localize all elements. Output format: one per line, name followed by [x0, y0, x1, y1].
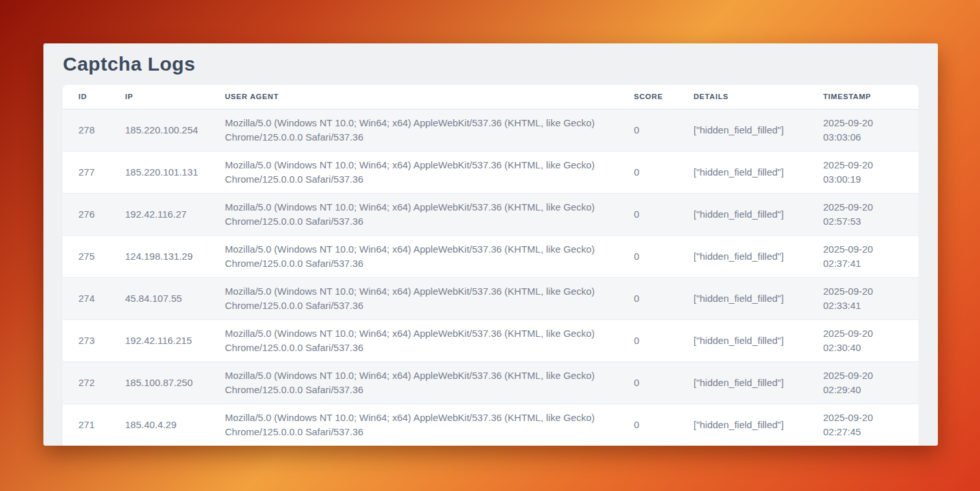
cell-score: 0 [634, 404, 694, 446]
column-header-score: SCORE [634, 85, 694, 109]
captcha-logs-table-panel: IDIPUSER AGENTSCOREDETAILSTIMESTAMP 278 … [63, 85, 918, 446]
cell-user-agent: Mozilla/5.0 (Windows NT 10.0; Win64; x64… [225, 319, 634, 361]
cell-ip: 45.84.107.55 [125, 277, 225, 319]
cell-id: 271 [63, 404, 125, 446]
cell-timestamp: 2025-09-20 02:29:40 [823, 361, 918, 404]
cell-score: 0 [634, 361, 694, 404]
cell-score: 0 [634, 193, 694, 235]
cell-timestamp: 2025-09-20 02:37:41 [823, 235, 918, 277]
cell-timestamp: 2025-09-20 03:03:06 [823, 109, 918, 151]
cell-id: 276 [63, 193, 125, 235]
cell-details: ["hidden_field_filled"] [694, 319, 823, 361]
table-row: 273 192.42.116.215 Mozilla/5.0 (Windows … [63, 319, 918, 361]
cell-user-agent: Mozilla/5.0 (Windows NT 10.0; Win64; x64… [225, 277, 634, 319]
cell-ip: 124.198.131.29 [125, 235, 225, 277]
cell-details: ["hidden_field_filled"] [694, 277, 823, 319]
cell-ip: 192.42.116.215 [125, 319, 225, 361]
cell-user-agent: Mozilla/5.0 (Windows NT 10.0; Win64; x64… [225, 109, 634, 151]
captcha-logs-table: IDIPUSER AGENTSCOREDETAILSTIMESTAMP 278 … [63, 85, 918, 446]
cell-score: 0 [634, 277, 694, 319]
cell-score: 0 [634, 319, 694, 361]
cell-timestamp: 2025-09-20 02:27:45 [823, 404, 918, 446]
cell-details: ["hidden_field_filled"] [694, 361, 823, 404]
table-row: 278 185.220.100.254 Mozilla/5.0 (Windows… [63, 109, 918, 151]
cell-id: 277 [63, 151, 125, 193]
cell-details: ["hidden_field_filled"] [694, 235, 823, 277]
cell-details: ["hidden_field_filled"] [694, 109, 823, 151]
cell-id: 274 [63, 277, 125, 319]
cell-details: ["hidden_field_filled"] [694, 404, 823, 446]
page-title: Captcha Logs [63, 53, 918, 74]
column-header-user_agent: USER AGENT [225, 85, 634, 109]
cell-ip: 192.42.116.27 [125, 193, 225, 235]
cell-ip: 185.40.4.29 [125, 404, 225, 446]
table-row: 274 45.84.107.55 Mozilla/5.0 (Windows NT… [63, 277, 918, 319]
table-row: 272 185.100.87.250 Mozilla/5.0 (Windows … [63, 361, 918, 404]
cell-id: 278 [63, 109, 125, 151]
cell-timestamp: 2025-09-20 02:57:53 [823, 193, 918, 235]
cell-user-agent: Mozilla/5.0 (Windows NT 10.0; Win64; x64… [225, 151, 634, 193]
cell-timestamp: 2025-09-20 02:33:41 [823, 277, 918, 319]
cell-id: 273 [63, 319, 125, 361]
table-header: IDIPUSER AGENTSCOREDETAILSTIMESTAMP [63, 85, 918, 109]
cell-score: 0 [634, 109, 694, 151]
captcha-logs-page: { "page": { "title": "Captcha Logs" }, "… [0, 0, 980, 491]
cell-score: 0 [634, 151, 694, 193]
table-body: 278 185.220.100.254 Mozilla/5.0 (Windows… [63, 109, 918, 446]
column-header-id: ID [63, 85, 125, 109]
cell-ip: 185.220.100.254 [125, 109, 225, 151]
cell-timestamp: 2025-09-20 02:30:40 [823, 319, 918, 361]
cell-id: 272 [63, 361, 125, 404]
cell-details: ["hidden_field_filled"] [694, 193, 823, 235]
cell-user-agent: Mozilla/5.0 (Windows NT 10.0; Win64; x64… [225, 235, 634, 277]
table-row: 275 124.198.131.29 Mozilla/5.0 (Windows … [63, 235, 918, 277]
cell-user-agent: Mozilla/5.0 (Windows NT 10.0; Win64; x64… [225, 361, 634, 404]
cell-score: 0 [634, 235, 694, 277]
cell-user-agent: Mozilla/5.0 (Windows NT 10.0; Win64; x64… [225, 193, 634, 235]
cell-details: ["hidden_field_filled"] [694, 151, 823, 193]
cell-timestamp: 2025-09-20 03:00:19 [823, 151, 918, 193]
table-row: 276 192.42.116.27 Mozilla/5.0 (Windows N… [63, 193, 918, 235]
table-header-row: IDIPUSER AGENTSCOREDETAILSTIMESTAMP [63, 85, 918, 109]
cell-id: 275 [63, 235, 125, 277]
column-header-timestamp: TIMESTAMP [823, 85, 918, 109]
table-row: 271 185.40.4.29 Mozilla/5.0 (Windows NT … [63, 404, 918, 446]
column-header-ip: IP [125, 85, 225, 109]
cell-ip: 185.220.101.131 [125, 151, 225, 193]
cell-user-agent: Mozilla/5.0 (Windows NT 10.0; Win64; x64… [225, 404, 634, 446]
captcha-logs-card: Captcha Logs IDIPUSER AGENTSCOREDETAILST… [43, 43, 938, 446]
column-header-details: DETAILS [694, 85, 823, 109]
table-row: 277 185.220.101.131 Mozilla/5.0 (Windows… [63, 151, 918, 193]
cell-ip: 185.100.87.250 [125, 361, 225, 404]
